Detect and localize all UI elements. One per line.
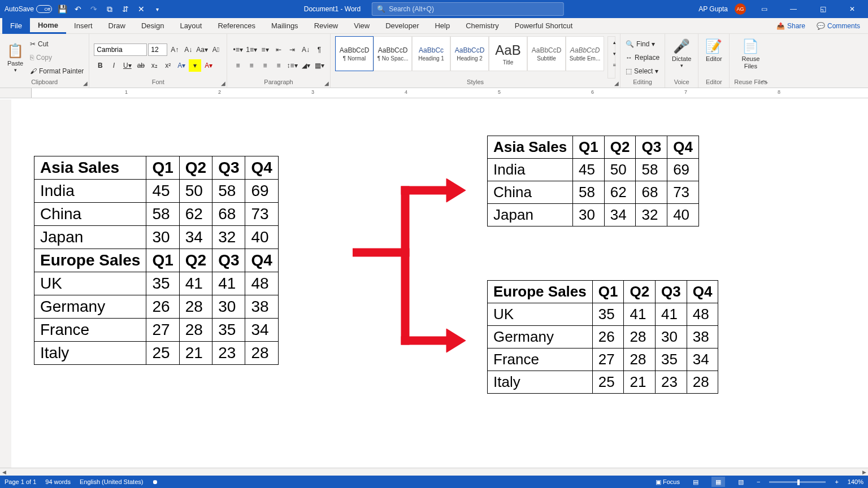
table-cell[interactable]: 30 — [212, 295, 245, 319]
tab-review[interactable]: Review — [306, 18, 346, 34]
table-cell[interactable]: 58 — [573, 181, 605, 204]
align-right-icon[interactable]: ≡ — [259, 59, 271, 72]
table-cell[interactable]: 30 — [573, 204, 605, 226]
table-cell[interactable]: 28 — [245, 342, 278, 365]
table-cell[interactable]: UK — [488, 303, 593, 326]
select-button[interactable]: ⬚ Select ▾ — [625, 65, 660, 77]
table-cell[interactable]: 23 — [656, 371, 687, 394]
table-cell[interactable]: 27 — [592, 348, 624, 371]
font-name-input[interactable] — [94, 43, 147, 56]
table-cell[interactable]: 62 — [604, 181, 636, 204]
search-input[interactable]: 🔍 Search (Alt+Q) — [372, 2, 564, 16]
table-cell[interactable]: 62 — [179, 203, 212, 226]
table-cell[interactable]: China — [34, 203, 146, 226]
table-cell[interactable]: 58 — [212, 180, 245, 203]
style-heading2[interactable]: AaBbCcDHeading 2 — [450, 36, 489, 71]
table-cell[interactable]: 38 — [245, 295, 278, 319]
superscript-button[interactable]: x² — [162, 59, 174, 72]
zoom-in-button[interactable]: + — [835, 478, 838, 485]
table-row[interactable]: China58626873 — [34, 203, 279, 226]
subscript-button[interactable]: x₂ — [148, 59, 160, 72]
table-cell[interactable]: 40 — [245, 226, 278, 249]
ribbon-display-icon[interactable]: ▭ — [753, 0, 775, 18]
table-cell[interactable]: 30 — [146, 226, 179, 249]
table-cell[interactable]: 27 — [146, 319, 179, 342]
borders-icon[interactable]: ▦▾ — [313, 59, 326, 72]
increase-indent-icon[interactable]: ⇥ — [286, 43, 298, 56]
editor-button[interactable]: 📝Editor — [703, 36, 724, 64]
scroll-right-icon[interactable]: ▶ — [860, 468, 868, 476]
table-header-cell[interactable]: Europe Sales — [34, 249, 146, 272]
table-cell[interactable]: 41 — [179, 272, 212, 295]
table-cell[interactable]: 48 — [687, 303, 718, 326]
table-header-cell[interactable]: Q2 — [604, 136, 636, 159]
tab-help[interactable]: Help — [427, 18, 458, 34]
comments-button[interactable]: 💬 Comments — [811, 22, 866, 30]
tab-chemistry[interactable]: Chemistry — [458, 18, 507, 34]
table-header-cell[interactable]: Q2 — [624, 281, 656, 303]
autosave-toggle[interactable]: AutoSave Off — [5, 5, 52, 13]
table-cell[interactable]: 58 — [146, 203, 179, 226]
align-left-icon[interactable]: ≡ — [232, 59, 244, 72]
shading-icon[interactable]: ◢▾ — [300, 59, 312, 72]
print-layout-icon[interactable]: ▦ — [711, 477, 725, 487]
table-row[interactable]: India45505869 — [34, 180, 279, 203]
align-center-icon[interactable]: ≡ — [245, 59, 258, 72]
tab-file[interactable]: File — [2, 18, 30, 34]
table-header-cell[interactable]: Q4 — [687, 281, 718, 303]
styles-dialog-icon[interactable]: ◢ — [614, 80, 619, 86]
minimize-icon[interactable]: — — [782, 0, 805, 18]
reuse-files-button[interactable]: 📄Reuse Files — [734, 36, 767, 71]
tab-powerful-shortcut[interactable]: Powerful Shortcut — [507, 18, 581, 34]
table-cell[interactable]: 23 — [212, 342, 245, 365]
table-cell[interactable]: 28 — [624, 326, 656, 348]
web-layout-icon[interactable]: ▧ — [734, 477, 748, 487]
table-cell[interactable]: 73 — [667, 181, 699, 204]
change-case-icon[interactable]: Aa▾ — [196, 43, 209, 56]
table-header-cell[interactable]: Q1 — [592, 281, 624, 303]
avatar[interactable]: AG — [735, 3, 746, 15]
tab-home[interactable]: Home — [30, 18, 66, 34]
table-row[interactable]: Germany26283038 — [488, 326, 718, 348]
table-header-cell[interactable]: Q3 — [212, 156, 245, 180]
table-cell[interactable]: 28 — [624, 348, 656, 371]
table-cell[interactable]: 34 — [245, 319, 278, 342]
tab-references[interactable]: References — [210, 18, 263, 34]
table-cell[interactable]: India — [488, 159, 573, 181]
table-cell[interactable]: 28 — [179, 295, 212, 319]
clipboard-dialog-icon[interactable]: ◢ — [83, 80, 88, 86]
tab-design[interactable]: Design — [133, 18, 172, 34]
europe-sales-table[interactable]: Europe SalesQ1Q2Q3Q4UK35414148Germany262… — [487, 280, 718, 394]
styles-down-icon[interactable]: ▾ — [608, 48, 620, 59]
horizontal-ruler[interactable]: 12345678 — [0, 88, 868, 98]
table-cell[interactable]: 21 — [624, 371, 656, 394]
copy-button[interactable]: ⎘ Copy — [29, 51, 84, 64]
style-heading1[interactable]: AaBbCcHeading 1 — [412, 36, 450, 71]
table-header-cell[interactable]: Q3 — [656, 281, 687, 303]
numbering-icon[interactable]: 1≡▾ — [245, 43, 258, 56]
table-header-cell[interactable]: Q4 — [667, 136, 699, 159]
tab-insert[interactable]: Insert — [66, 18, 101, 34]
clear-format-icon[interactable]: A⃠ — [210, 43, 222, 56]
style-subtitle[interactable]: AaBbCcDSubtitle — [527, 36, 566, 71]
word-count[interactable]: 94 words — [45, 478, 71, 485]
table-cell[interactable]: 25 — [146, 342, 179, 365]
table-cell[interactable]: Italy — [34, 342, 146, 365]
cut-button[interactable]: ✂ Cut — [29, 38, 84, 50]
table-cell[interactable]: 48 — [245, 272, 278, 295]
replace-button[interactable]: ↔ Replace — [625, 51, 660, 64]
table-cell[interactable]: 35 — [212, 319, 245, 342]
table-cell[interactable]: 73 — [245, 203, 278, 226]
table-cell[interactable]: 26 — [146, 295, 179, 319]
horizontal-scrollbar[interactable]: ◀ ▶ — [0, 468, 868, 476]
tab-mailings[interactable]: Mailings — [263, 18, 306, 34]
table-cell[interactable]: 30 — [656, 326, 687, 348]
paste-button[interactable]: 📋 Paste ▾ — [5, 36, 26, 79]
show-marks-icon[interactable]: ¶ — [313, 43, 326, 56]
table-cell[interactable]: 28 — [179, 319, 212, 342]
table-cell[interactable]: 28 — [687, 371, 718, 394]
close-icon[interactable]: ✕ — [841, 0, 863, 18]
grow-font-icon[interactable]: A↑ — [168, 43, 181, 56]
style-title[interactable]: AaBTitle — [489, 36, 527, 71]
table-cell[interactable]: 50 — [604, 159, 636, 181]
